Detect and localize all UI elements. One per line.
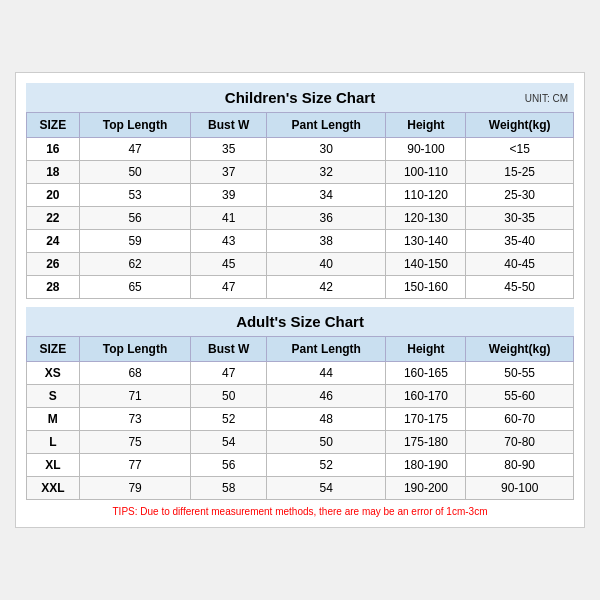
chart-container: Children's Size Chart UNIT: CM SIZE Top …: [15, 72, 585, 528]
table-cell: 40: [267, 253, 386, 276]
table-cell: L: [27, 431, 80, 454]
table-cell: 47: [79, 138, 191, 161]
table-cell: 68: [79, 362, 191, 385]
table-cell: 22: [27, 207, 80, 230]
table-cell: 40-45: [466, 253, 574, 276]
table-cell: 18: [27, 161, 80, 184]
table-cell: 28: [27, 276, 80, 299]
table-cell: 110-120: [386, 184, 466, 207]
table-cell: 30-35: [466, 207, 574, 230]
table-row: 18503732100-11015-25: [27, 161, 574, 184]
table-cell: 80-90: [466, 454, 574, 477]
table-cell: 79: [79, 477, 191, 500]
table-cell: 52: [191, 408, 267, 431]
table-cell: 35-40: [466, 230, 574, 253]
table-cell: 54: [267, 477, 386, 500]
children-table: SIZE Top Length Bust W Pant Length Heigh…: [26, 112, 574, 299]
table-cell: 70-80: [466, 431, 574, 454]
table-cell: 24: [27, 230, 80, 253]
table-cell: 20: [27, 184, 80, 207]
table-cell: 54: [191, 431, 267, 454]
table-cell: 150-160: [386, 276, 466, 299]
table-cell: XXL: [27, 477, 80, 500]
table-row: XL775652180-19080-90: [27, 454, 574, 477]
table-cell: 41: [191, 207, 267, 230]
col-header-weight-c: Weight(kg): [466, 113, 574, 138]
adults-header-row: SIZE Top Length Bust W Pant Length Heigh…: [27, 337, 574, 362]
table-cell: 52: [267, 454, 386, 477]
table-cell: 58: [191, 477, 267, 500]
table-cell: 45: [191, 253, 267, 276]
table-cell: 62: [79, 253, 191, 276]
col-header-size-a: SIZE: [27, 337, 80, 362]
adults-table: SIZE Top Length Bust W Pant Length Heigh…: [26, 336, 574, 500]
table-cell: 32: [267, 161, 386, 184]
table-cell: 75: [79, 431, 191, 454]
table-cell: 71: [79, 385, 191, 408]
table-row: 22564136120-13030-35: [27, 207, 574, 230]
col-header-toplength-c: Top Length: [79, 113, 191, 138]
adults-title-text: Adult's Size Chart: [236, 313, 364, 330]
col-header-bustw-a: Bust W: [191, 337, 267, 362]
table-cell: 175-180: [386, 431, 466, 454]
table-cell: 46: [267, 385, 386, 408]
table-row: 1647353090-100<15: [27, 138, 574, 161]
table-cell: 26: [27, 253, 80, 276]
table-cell: 120-130: [386, 207, 466, 230]
table-cell: 59: [79, 230, 191, 253]
table-row: XXL795854190-20090-100: [27, 477, 574, 500]
table-row: M735248170-17560-70: [27, 408, 574, 431]
table-cell: 160-170: [386, 385, 466, 408]
table-cell: 90-100: [466, 477, 574, 500]
table-cell: 36: [267, 207, 386, 230]
table-cell: 38: [267, 230, 386, 253]
table-cell: 130-140: [386, 230, 466, 253]
table-cell: S: [27, 385, 80, 408]
tips-text: TIPS: Due to different measurement metho…: [26, 506, 574, 517]
table-cell: 47: [191, 362, 267, 385]
table-cell: 90-100: [386, 138, 466, 161]
table-cell: 35: [191, 138, 267, 161]
table-cell: 180-190: [386, 454, 466, 477]
table-cell: 73: [79, 408, 191, 431]
table-cell: <15: [466, 138, 574, 161]
children-header-row: SIZE Top Length Bust W Pant Length Heigh…: [27, 113, 574, 138]
table-cell: 50: [267, 431, 386, 454]
col-header-pantlength-c: Pant Length: [267, 113, 386, 138]
table-cell: 160-165: [386, 362, 466, 385]
table-cell: 50: [191, 385, 267, 408]
table-cell: 16: [27, 138, 80, 161]
col-header-height-a: Height: [386, 337, 466, 362]
table-cell: XL: [27, 454, 80, 477]
table-cell: 43: [191, 230, 267, 253]
children-title-text: Children's Size Chart: [225, 89, 375, 106]
col-header-toplength-a: Top Length: [79, 337, 191, 362]
table-cell: 42: [267, 276, 386, 299]
table-row: S715046160-17055-60: [27, 385, 574, 408]
table-cell: 50-55: [466, 362, 574, 385]
table-cell: 50: [79, 161, 191, 184]
table-cell: 190-200: [386, 477, 466, 500]
table-cell: 37: [191, 161, 267, 184]
table-cell: 30: [267, 138, 386, 161]
table-cell: 47: [191, 276, 267, 299]
table-cell: 65: [79, 276, 191, 299]
table-cell: 34: [267, 184, 386, 207]
table-row: 20533934110-12025-30: [27, 184, 574, 207]
table-row: 28654742150-16045-50: [27, 276, 574, 299]
table-cell: 53: [79, 184, 191, 207]
unit-label: UNIT: CM: [525, 92, 568, 103]
table-cell: 100-110: [386, 161, 466, 184]
col-header-weight-a: Weight(kg): [466, 337, 574, 362]
children-section-title: Children's Size Chart UNIT: CM: [26, 83, 574, 112]
table-row: 24594338130-14035-40: [27, 230, 574, 253]
table-cell: 39: [191, 184, 267, 207]
table-cell: 44: [267, 362, 386, 385]
adults-section-title: Adult's Size Chart: [26, 307, 574, 336]
table-cell: 25-30: [466, 184, 574, 207]
col-header-bustw-c: Bust W: [191, 113, 267, 138]
col-header-size-c: SIZE: [27, 113, 80, 138]
table-cell: 55-60: [466, 385, 574, 408]
table-cell: 77: [79, 454, 191, 477]
table-cell: 45-50: [466, 276, 574, 299]
